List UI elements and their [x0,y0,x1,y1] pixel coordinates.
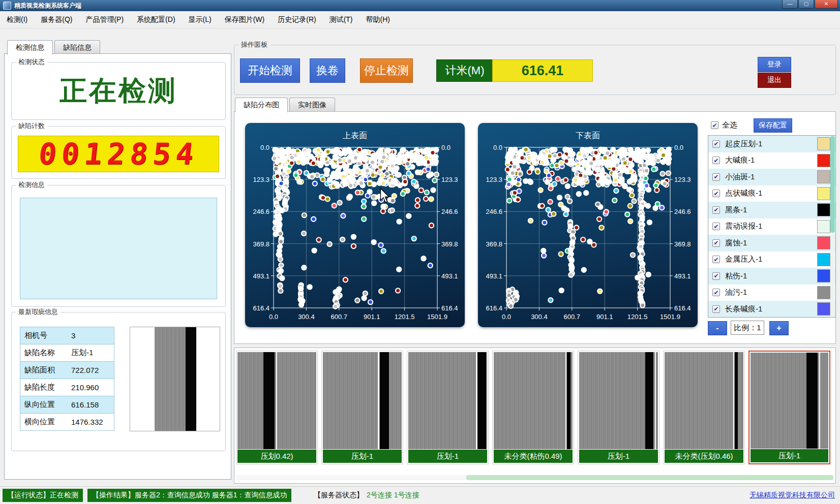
legend-checkbox[interactable]: ✔ [712,190,720,197]
legend-checkbox[interactable]: ✔ [712,206,720,214]
menu-item-2[interactable]: 服务器(Q) [34,11,79,28]
menu-item-5[interactable]: 显示(L) [182,11,218,28]
legend-item-9[interactable]: ✔粘伤-1 [708,268,835,285]
defect-thumbnail-1[interactable]: 压划0.42) [236,351,318,464]
svg-text:493.1: 493.1 [674,272,691,280]
change-roll-button[interactable]: 换卷 [310,58,345,83]
defect-thumbnail-image [751,353,828,449]
select-all-label: 全选 [722,120,737,130]
defect-info-label: 横向位置 [20,417,68,427]
defect-counter-value: 0012854 [37,137,200,171]
legend-item-11[interactable]: ✔长条碱痕-1 [708,301,835,318]
svg-text:600.7: 600.7 [564,313,581,321]
defect-info-value: 3 [68,331,114,340]
legend-checkbox[interactable]: ✔ [712,256,720,263]
legend-label: 点状碱痕-1 [725,188,762,198]
legend-color-swatch [817,302,830,316]
stop-detection-button[interactable]: 停止检测 [360,58,413,83]
exit-button[interactable]: 退出 [758,73,791,88]
legend-checkbox[interactable]: ✔ [712,140,720,148]
view-tab-2[interactable]: 实时图像 [289,98,335,111]
menu-item-8[interactable]: 测试(T) [323,11,359,28]
meter-value: 616.41 [492,59,593,82]
svg-text:493.1: 493.1 [253,272,269,280]
close-button[interactable]: ✕ [815,0,838,9]
detection-info-group: 检测信息 [11,185,226,307]
defect-thumbnail-image [408,352,487,449]
thumbnail-scrollbar[interactable] [236,475,833,480]
legend-item-4[interactable]: ✔点状碱痕-1 [708,185,835,202]
menu-item-1[interactable]: 检测(I) [0,11,34,28]
svg-text:616.4: 616.4 [674,304,691,312]
svg-text:下表面: 下表面 [576,131,600,140]
svg-text:0.0: 0.0 [502,313,511,321]
svg-text:0.0: 0.0 [674,144,683,151]
defect-thumbnail-5[interactable]: 压划-1 [578,351,659,464]
scale-minus-button[interactable]: - [708,321,727,335]
legend-label: 粘伤-1 [725,271,747,281]
detection-info-box [20,198,217,299]
minimize-button[interactable]: — [782,0,798,9]
defect-thumbnail-7[interactable]: 压划-1 [748,351,830,464]
view-tab-1[interactable]: 缺陷分布图 [235,98,288,112]
svg-text:616.4: 616.4 [253,304,269,312]
svg-text:0.0: 0.0 [260,144,269,151]
left-tab-2[interactable]: 缺陷信息 [54,40,100,54]
defect-thumbnail-6[interactable]: 未分类(压划0.46) [663,351,745,464]
legend-checkbox[interactable]: ✔ [712,305,720,313]
legend-label: 小油斑-1 [725,172,755,182]
maximize-button[interactable]: ▢ [798,0,814,9]
detection-info-title: 检测信息 [16,181,47,189]
legend-item-3[interactable]: ✔小油斑-1 [708,169,835,185]
legend-color-swatch [817,253,830,266]
legend-item-8[interactable]: ✔金属压入-1 [708,251,835,268]
latest-defect-image [130,327,220,431]
legend-checkbox[interactable]: ✔ [712,223,720,230]
defect-thumbnail-4[interactable]: 未分类(粘伤0.49) [492,351,574,464]
menu-item-3[interactable]: 产品管理(P) [79,11,130,28]
legend-label: 金属压入-1 [725,255,762,264]
legend-scrollbar[interactable] [830,136,835,317]
defect-thumbnail-2[interactable]: 压划-1 [321,351,403,464]
menu-item-4[interactable]: 系统配置(D) [130,11,182,28]
legend-checkbox[interactable]: ✔ [712,156,720,164]
legend-color-swatch [817,236,830,249]
save-config-button[interactable]: 保存配置 [754,118,792,133]
svg-text:123.3: 123.3 [674,176,691,183]
legend-item-1[interactable]: ✔起皮压划-1 [708,136,835,152]
select-all-checkbox[interactable]: ✔ [711,121,718,129]
latest-defect-title: 最新瑕疵信息 [16,308,61,316]
legend-item-10[interactable]: ✔油污-1 [708,285,835,301]
scale-plus-button[interactable]: + [769,321,789,335]
scale-value-box: 比例：1 [731,321,764,335]
defect-info-label: 纵向位置 [20,400,68,410]
legend-item-5[interactable]: ✔黑条-1 [708,202,835,218]
legend-item-2[interactable]: ✔大碱痕-1 [708,152,835,169]
menu-item-9[interactable]: 帮助(H) [359,11,397,28]
left-tab-1[interactable]: 检测信息 [7,40,53,55]
defect-type-list: ✔起皮压划-1✔大碱痕-1✔小油斑-1✔点状碱痕-1✔黑条-1✔震动误报-1✔腐… [708,135,836,318]
defect-info-label: 缺陷面积 [20,365,68,375]
defect-thumbnail-3[interactable]: 压划-1 [407,351,489,464]
svg-text:493.1: 493.1 [486,272,502,280]
view-tabstrip: 缺陷分布图实时图像 [235,98,337,112]
legend-item-7[interactable]: ✔腐蚀-1 [708,235,835,251]
legend-label: 起皮压划-1 [725,139,762,149]
start-detection-button[interactable]: 开始检测 [240,58,300,83]
menu-item-6[interactable]: 保存图片(W) [218,11,272,28]
legend-checkbox[interactable]: ✔ [712,239,720,247]
legend-checkbox[interactable]: ✔ [712,173,720,181]
defect-info-label: 相机号 [20,331,68,340]
company-link[interactable]: 无锡精质视觉科技有限公司 [749,491,835,500]
login-button[interactable]: 登录 [758,57,791,72]
menu-item-7[interactable]: 历史记录(R) [271,11,322,28]
legend-checkbox[interactable]: ✔ [712,272,720,280]
defect-info-value: 616.158 [68,400,114,409]
legend-checkbox[interactable]: ✔ [712,289,720,296]
legend-color-swatch [817,203,830,216]
svg-text:上表面: 上表面 [343,131,367,140]
legend-color-swatch [817,220,830,233]
legend-item-6[interactable]: ✔震动误报-1 [708,218,835,235]
svg-text:369.8: 369.8 [674,240,691,248]
defect-info-row: 缺陷长度210.960 [20,379,114,396]
